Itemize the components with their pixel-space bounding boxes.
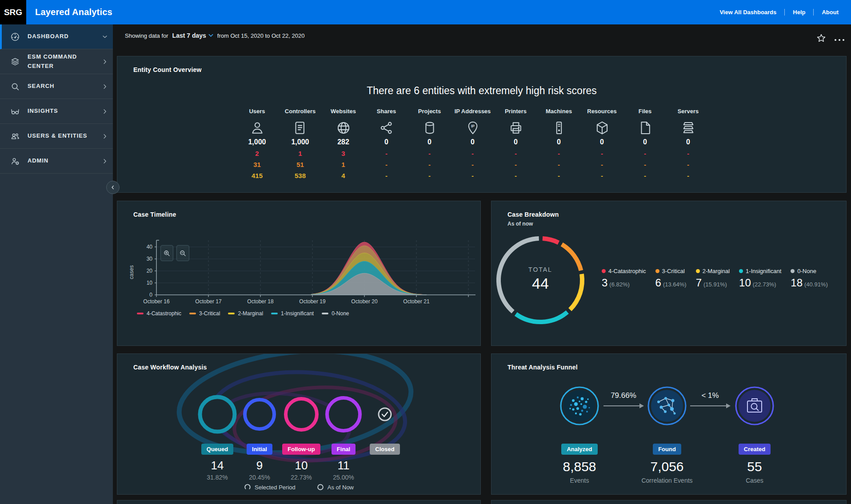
sidebar-item-label: USERS & ENTITIES bbox=[28, 131, 101, 140]
entity-label: Controllers bbox=[279, 108, 322, 116]
stage-caption: Events bbox=[544, 477, 615, 484]
sidebar-item-search[interactable]: SEARCH bbox=[0, 74, 113, 99]
stage-value: 55 bbox=[719, 459, 790, 474]
sidebar-item-admin[interactable]: ADMIN bbox=[0, 149, 113, 174]
entity-column-users: Users1,000231415 bbox=[236, 108, 279, 179]
sidebar-item-users-entities[interactable]: USERS & ENTITIES bbox=[0, 124, 113, 149]
entity-risk-count: - bbox=[494, 172, 537, 179]
about-link[interactable]: About bbox=[822, 9, 839, 16]
breakdown-legend-item-1-insignificant[interactable]: 1-Insignificant10(22.73%) bbox=[739, 268, 781, 289]
breakdown-legend-item-3-critical[interactable]: 3-Critical6(13.64%) bbox=[655, 268, 687, 289]
sidebar-item-label: ESM COMMAND CENTER bbox=[28, 52, 101, 70]
entity-column-machines: Machines0--- bbox=[537, 108, 580, 179]
entity-column-servers: Servers0--- bbox=[667, 108, 710, 179]
breakdown-legend-item-2-marginal[interactable]: 2-Marginal7(15.91%) bbox=[696, 268, 730, 289]
legend-item-1-insignificant[interactable]: 1-Insignificant bbox=[271, 310, 314, 317]
legend-label: 2-Marginal bbox=[703, 268, 730, 274]
slice-percent: (13.64%) bbox=[663, 281, 687, 288]
entity-total-count: 0 bbox=[580, 138, 623, 146]
breakdown-legend-item-4-catastrophic[interactable]: 4-Catastrophic3(6.82%) bbox=[602, 268, 646, 289]
sidebar-item-label: SEARCH bbox=[28, 82, 101, 91]
entity-label: Printers bbox=[494, 108, 537, 116]
legend-item-2-marginal[interactable]: 2-Marginal bbox=[228, 310, 263, 317]
gauge-icon bbox=[10, 32, 20, 42]
svg-text:IP: IP bbox=[471, 124, 474, 128]
globe-icon bbox=[335, 119, 352, 136]
legend-label: 4-Catastrophic bbox=[147, 310, 181, 317]
top-bar: SRG Layered Analytics View All Dashboard… bbox=[0, 0, 851, 24]
search-icon bbox=[10, 81, 20, 92]
view-all-dashboards-link[interactable]: View All Dashboards bbox=[719, 9, 776, 16]
entity-risk-count: 4 bbox=[322, 172, 365, 179]
next-panel-edge bbox=[117, 500, 481, 504]
legend-item-3-critical[interactable]: 3-Critical bbox=[189, 310, 220, 317]
case-timeline-panel: Case Timeline 010203040October 16October… bbox=[117, 201, 481, 346]
mode-label: Selected Period bbox=[255, 484, 296, 491]
svg-text:October 16: October 16 bbox=[143, 298, 170, 305]
funnel-transition-percent: < 1% bbox=[686, 391, 735, 400]
magnifier-plus-icon bbox=[164, 250, 170, 257]
legend-label: 2-Marginal bbox=[238, 310, 263, 317]
mode-option-as-of-now[interactable]: As of Now bbox=[317, 484, 354, 491]
entity-risk-count: - bbox=[451, 172, 494, 179]
zoom-in-button[interactable] bbox=[160, 245, 173, 261]
favorite-star-button[interactable] bbox=[816, 33, 827, 44]
mode-label: As of Now bbox=[328, 484, 354, 491]
legend-label: 4-Catastrophic bbox=[608, 268, 646, 274]
entity-column-controllers: Controllers1,000151538 bbox=[279, 108, 322, 179]
glasses-icon bbox=[10, 106, 20, 117]
entity-risk-count: - bbox=[667, 161, 710, 168]
entity-risk-count: 538 bbox=[279, 172, 322, 179]
zoom-out-button[interactable] bbox=[176, 245, 189, 261]
legend-label: 3-Critical bbox=[662, 268, 685, 274]
entity-risk-count: - bbox=[365, 161, 408, 168]
legend-item-0-none[interactable]: 0-None bbox=[322, 310, 349, 317]
case-workflow-panel: Case Workflow Analysis Queued1431.82%Ini… bbox=[117, 353, 481, 495]
entity-column-websites: Websites282314 bbox=[322, 108, 365, 179]
entity-risk-count: - bbox=[623, 172, 667, 179]
svg-text:October 19: October 19 bbox=[299, 298, 326, 305]
entity-risk-count: - bbox=[537, 150, 580, 157]
entity-risk-count: 1 bbox=[322, 161, 365, 168]
funnel-stage-found: Found7,056Correlation Events bbox=[631, 444, 703, 484]
entity-total-count: 0 bbox=[408, 138, 451, 146]
entity-risk-count: - bbox=[365, 172, 408, 179]
filter-prefix: Showing data for bbox=[125, 32, 168, 39]
mode-option-selected-period[interactable]: Selected Period bbox=[244, 484, 296, 491]
breakdown-legend: 4-Catastrophic3(6.82%)3-Critical6(13.64%… bbox=[602, 268, 828, 289]
entity-risk-count: - bbox=[580, 150, 623, 157]
funnel-stage-analyzed: Analyzed8,858Events bbox=[544, 444, 615, 484]
legend-dot bbox=[739, 269, 743, 273]
entity-risk-count: 1 bbox=[279, 150, 322, 157]
help-link[interactable]: Help bbox=[793, 9, 805, 16]
entity-total-count: 0 bbox=[623, 138, 667, 146]
sidebar-item-dashboard[interactable]: DASHBOARD bbox=[0, 24, 113, 49]
legend-swatch bbox=[228, 313, 235, 314]
entity-label: Resources bbox=[580, 108, 623, 116]
filter-bar: Showing data for Last 7 days from Oct 15… bbox=[125, 24, 304, 47]
entity-headline: There are 6 entities with extremely high… bbox=[117, 85, 846, 97]
chart-zoom-controls bbox=[160, 245, 189, 261]
ellipsis-icon bbox=[834, 38, 845, 42]
legend-label: 3-Critical bbox=[199, 310, 220, 317]
entity-risk-count: - bbox=[494, 150, 537, 157]
timeline-legend: 4-Catastrophic3-Critical2-Marginal1-Insi… bbox=[137, 310, 349, 317]
slice-percent: (40.91%) bbox=[804, 281, 828, 288]
breakdown-legend-item-0-none[interactable]: 0-None18(40.91%) bbox=[791, 268, 827, 289]
entity-column-printers: Printers0--- bbox=[494, 108, 537, 179]
slice-value: 10 bbox=[739, 277, 751, 289]
sidebar: DASHBOARDESM COMMAND CENTERSEARCHINSIGHT… bbox=[0, 24, 113, 504]
sidebar-item-insights[interactable]: INSIGHTS bbox=[0, 99, 113, 124]
funnel-transition-percent: 79.66% bbox=[599, 391, 648, 400]
more-options-button[interactable] bbox=[834, 36, 845, 41]
legend-item-4-catastrophic[interactable]: 4-Catastrophic bbox=[137, 310, 181, 317]
stage-badge: Final bbox=[332, 444, 356, 455]
entity-risk-count: 51 bbox=[279, 161, 322, 168]
entity-label: Servers bbox=[667, 108, 710, 116]
entity-total-count: 0 bbox=[494, 138, 537, 146]
date-range-dropdown[interactable]: Last 7 days bbox=[172, 32, 213, 39]
legend-label: 0-None bbox=[797, 268, 816, 274]
entity-column-resources: Resources0--- bbox=[580, 108, 623, 179]
sidebar-collapse-button[interactable] bbox=[106, 181, 120, 194]
sidebar-item-esm-command-center[interactable]: ESM COMMAND CENTER bbox=[0, 49, 113, 74]
